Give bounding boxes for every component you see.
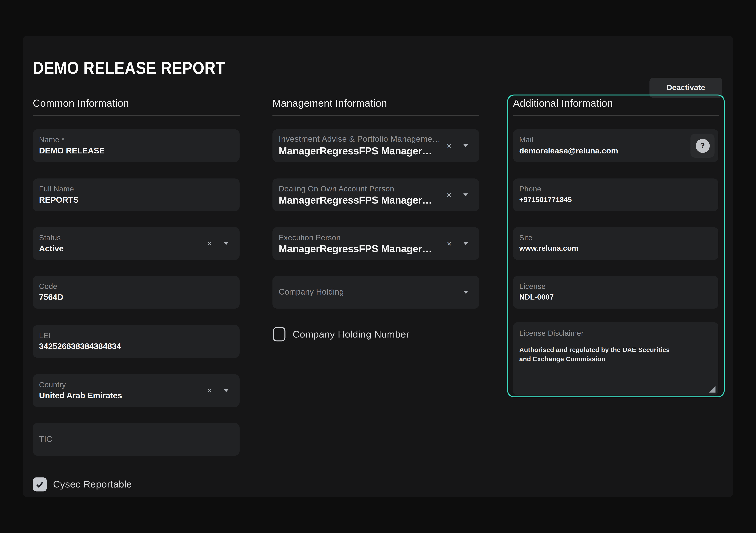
investment-advise-clear-icon[interactable]: ✕ [446,142,452,149]
license-disclaimer-label: License Disclaimer [519,329,584,338]
status-clear-icon[interactable]: ✕ [207,240,212,247]
execution-person-clear-icon[interactable]: ✕ [446,240,452,247]
cysec-reportable-checkbox[interactable] [33,477,47,491]
status-value: Active [39,244,64,254]
license-value: NDL-0007 [519,293,554,301]
section-title-common: Common Information [33,98,129,109]
help-icon: ? [695,139,709,153]
status-dropdown-icon[interactable] [224,242,229,245]
form-panel: DEMO RELEASE REPORT Deactivate Common In… [23,36,733,497]
tic-field[interactable]: TIC [33,423,240,456]
company-holding-number-row: Company Holding Number [273,327,409,341]
execution-person-label: Execution Person [279,234,341,242]
phone-field[interactable]: Phone +971501771845 [513,179,718,211]
company-holding-placeholder: Company Holding [279,276,344,309]
country-label: Country [39,380,66,389]
dealing-person-label: Dealing On Own Account Person [279,185,394,193]
license-disclaimer-value: Authorised and regulated by the UAE Secu… [519,345,670,364]
investment-advise-dropdown-icon[interactable] [463,144,468,147]
full-name-field[interactable]: Full Name REPORTS [33,179,240,211]
name-field[interactable]: Name * DEMO RELEASE [33,129,240,162]
license-field[interactable]: License NDL-0007 [513,276,718,309]
license-disclaimer-field[interactable]: License Disclaimer Authorised and regula… [513,322,718,395]
name-value: DEMO RELEASE [39,146,105,156]
execution-person-field[interactable]: Execution Person ManagerRegressFPS Manag… [273,227,479,260]
code-value: 7564D [39,293,63,302]
divider-common [33,115,240,116]
license-label: License [519,282,546,291]
divider-additional [513,115,719,116]
mail-field[interactable]: Mail demorelease@reluna.com ? [513,129,718,162]
lei-value: 342526638384384834 [39,342,121,352]
tic-placeholder: TIC [39,423,52,456]
dealing-person-clear-icon[interactable]: ✕ [446,192,452,198]
full-name-label: Full Name [39,185,74,193]
site-field[interactable]: Site www.reluna.com [513,227,718,260]
country-field[interactable]: Country United Arab Emirates ✕ [33,374,240,407]
dealing-person-dropdown-icon[interactable] [463,193,468,196]
name-label: Name * [39,135,65,144]
phone-value: +971501771845 [519,195,572,204]
site-value: www.reluna.com [519,244,579,253]
country-clear-icon[interactable]: ✕ [207,387,212,394]
dealing-person-value: ManagerRegressFPS Manager… [279,194,432,206]
mail-help-button[interactable]: ? [690,134,715,158]
code-field[interactable]: Code 7564D [33,276,240,309]
phone-label: Phone [519,185,541,193]
company-holding-number-label: Company Holding Number [293,329,410,340]
mail-value: demorelease@reluna.com [519,146,618,155]
status-label: Status [39,234,61,242]
company-holding-number-checkbox[interactable] [273,327,285,341]
cysec-reportable-row: Cysec Reportable [33,477,132,491]
divider-management [273,115,479,116]
country-dropdown-icon[interactable] [224,389,229,392]
lei-field[interactable]: LEI 342526638384384834 [33,325,240,358]
app-root: DEMO RELEASE REPORT Deactivate Common In… [0,0,756,533]
mail-label: Mail [519,135,533,144]
disclaimer-line: Authorised and regulated by the UAE Secu… [519,345,670,354]
investment-advise-field[interactable]: Investment Advise & Portfolio Manageme… … [273,129,479,162]
investment-advise-label: Investment Advise & Portfolio Manageme… [279,134,441,144]
section-title-management: Management Information [273,98,387,109]
lei-label: LEI [39,331,51,340]
page-title: DEMO RELEASE REPORT [33,58,225,78]
code-label: Code [39,282,57,291]
disclaimer-line: and Exchange Commission [519,354,670,364]
full-name-value: REPORTS [39,195,79,205]
resize-handle-icon[interactable] [709,386,716,393]
cysec-reportable-label: Cysec Reportable [53,479,132,490]
company-holding-field[interactable]: Company Holding [273,276,479,309]
status-field[interactable]: Status Active ✕ [33,227,240,260]
site-label: Site [519,234,532,242]
section-title-additional: Additional Information [513,98,613,109]
deactivate-button[interactable]: Deactivate [649,78,722,98]
checkmark-icon [35,480,44,489]
dealing-person-field[interactable]: Dealing On Own Account Person ManagerReg… [273,179,479,211]
investment-advise-value: ManagerRegressFPS Manager… [279,145,432,157]
company-holding-dropdown-icon[interactable] [463,291,468,294]
country-value: United Arab Emirates [39,391,122,401]
execution-person-value: ManagerRegressFPS Manager… [279,243,432,255]
execution-person-dropdown-icon[interactable] [463,242,468,245]
